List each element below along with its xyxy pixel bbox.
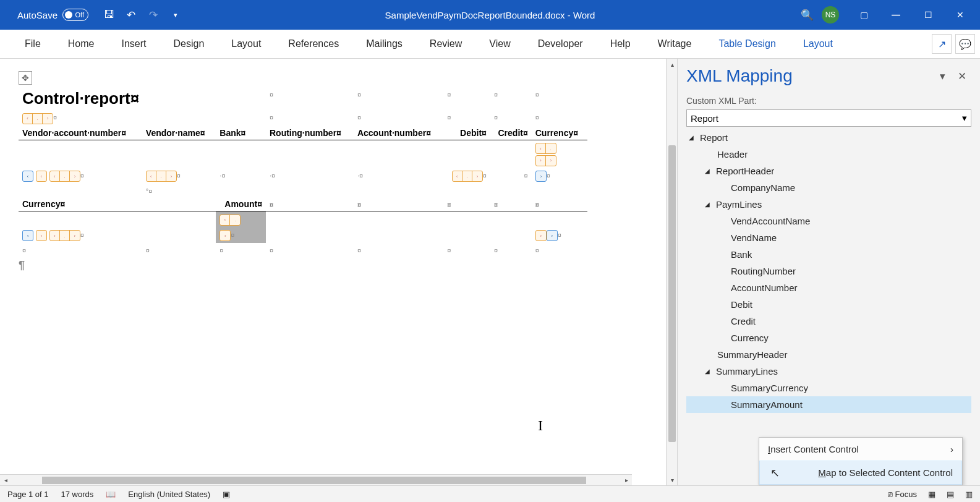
tree-node-summarylines[interactable]: ◢SummaryLines bbox=[686, 363, 971, 380]
read-mode-icon[interactable]: ▦ bbox=[928, 490, 935, 499]
focus-mode-button[interactable]: ⎚ Focus bbox=[888, 490, 917, 499]
tab-mailings[interactable]: Mailings bbox=[352, 32, 416, 56]
context-menu: Insert Content Control › Map to Selected… bbox=[759, 437, 963, 485]
col-currency: Currency¤ bbox=[532, 126, 587, 140]
tree-node-accountnumber[interactable]: AccountNumber bbox=[686, 279, 971, 296]
content-control[interactable]: ‹.› bbox=[49, 230, 80, 241]
minimize-icon[interactable]: — bbox=[881, 0, 911, 30]
ctx-map-to-selected[interactable]: Map to Selected Content Control bbox=[759, 461, 962, 485]
tab-table-design[interactable]: Table Design bbox=[705, 32, 790, 56]
ctx-insert-content-control[interactable]: Insert Content Control › bbox=[759, 438, 962, 461]
tree-node-companyname[interactable]: CompanyName bbox=[686, 179, 971, 196]
content-control[interactable]: › bbox=[547, 230, 558, 241]
close-icon[interactable]: ✕ bbox=[945, 0, 975, 30]
tab-writage[interactable]: Writage bbox=[644, 32, 705, 56]
tab-table-layout[interactable]: Layout bbox=[790, 32, 846, 56]
tab-layout[interactable]: Layout bbox=[218, 32, 275, 56]
tree-node-currency[interactable]: Currency bbox=[686, 330, 971, 346]
tree-node-summarycurrency[interactable]: SummaryCurrency bbox=[686, 380, 971, 396]
undo-icon[interactable]: ↶ bbox=[122, 6, 140, 24]
col-summary-amount: Amount¤ bbox=[216, 197, 266, 211]
tree-node-debit[interactable]: Debit bbox=[686, 296, 971, 313]
hscroll-thumb[interactable] bbox=[42, 477, 586, 484]
content-control[interactable]: ‹ bbox=[36, 171, 47, 182]
tree-node-header[interactable]: Header bbox=[686, 146, 971, 163]
document-title: SampleVendPaymDocReportBounded.docx - Wo… bbox=[385, 10, 595, 20]
spellcheck-icon[interactable]: 📖 bbox=[106, 490, 116, 499]
content-control[interactable]: ‹. bbox=[219, 215, 241, 226]
tree-node-routingnumber[interactable]: RoutingNumber bbox=[686, 263, 971, 279]
quick-access-toolbar: 🖫 ↶ ↷ ▾ bbox=[100, 6, 185, 24]
col-account: Account·number¤ bbox=[354, 126, 443, 140]
pilcrow-mark: ¶ bbox=[19, 259, 647, 272]
word-count[interactable]: 17 words bbox=[61, 490, 94, 499]
tree-node-report[interactable]: ◢Report bbox=[686, 129, 971, 146]
share-icon[interactable]: ↗ bbox=[932, 34, 952, 54]
tree-node-summaryheader[interactable]: SummaryHeader bbox=[686, 346, 971, 363]
content-control[interactable]: ‹ bbox=[36, 230, 47, 241]
ribbon-display-icon[interactable]: ▢ bbox=[849, 0, 879, 30]
content-control[interactable]: › bbox=[535, 230, 547, 241]
qat-dropdown-icon[interactable]: ▾ bbox=[166, 6, 185, 24]
tree-node-vendname[interactable]: VendName bbox=[686, 229, 971, 246]
horizontal-scrollbar[interactable]: ◂ ▸ bbox=[0, 474, 632, 485]
language-indicator[interactable]: English (United States) bbox=[128, 490, 210, 499]
tab-developer[interactable]: Developer bbox=[524, 32, 597, 56]
search-icon[interactable]: 🔍 bbox=[795, 9, 819, 22]
account-avatar[interactable]: NS bbox=[822, 6, 839, 23]
vscroll-thumb[interactable] bbox=[668, 145, 676, 442]
pane-close-icon[interactable]: ✕ bbox=[953, 70, 971, 82]
web-layout-icon[interactable]: ▥ bbox=[965, 490, 973, 499]
maximize-icon[interactable]: ☐ bbox=[913, 0, 943, 30]
content-control[interactable]: ‹.› bbox=[146, 171, 177, 182]
scroll-right-icon[interactable]: ▸ bbox=[621, 477, 632, 483]
comments-icon[interactable]: 💬 bbox=[955, 34, 975, 54]
save-icon[interactable]: 🖫 bbox=[100, 6, 118, 24]
document-canvas[interactable]: ✥ Control·report¤ ¤¤¤¤¤ ‹.›¤ ¤¤¤¤¤ Vendo… bbox=[0, 59, 666, 485]
selected-amount-cell[interactable]: ‹. bbox=[216, 211, 266, 228]
tab-design[interactable]: Design bbox=[160, 32, 218, 56]
tree-node-vendaccountname[interactable]: VendAccountName bbox=[686, 213, 971, 229]
col-vendor-name: Vendor·name¤ bbox=[142, 126, 216, 140]
vertical-scrollbar[interactable]: ▴ ▾ bbox=[666, 59, 677, 485]
tree-node-summaryamount[interactable]: SummaryAmount bbox=[686, 396, 971, 413]
autosave-toggle[interactable]: Off bbox=[62, 9, 88, 21]
xml-part-select[interactable]: Report ▾ bbox=[686, 109, 971, 127]
tree-node-bank[interactable]: Bank bbox=[686, 246, 971, 263]
content-control[interactable]: ‹ bbox=[22, 230, 33, 241]
content-control[interactable]: ‹. bbox=[535, 143, 556, 154]
macro-icon[interactable]: ▣ bbox=[223, 490, 230, 499]
doc-heading: Control·report¤ bbox=[22, 89, 139, 108]
report-table: Control·report¤ ¤¤¤¤¤ ‹.›¤ ¤¤¤¤¤ Vendor·… bbox=[19, 87, 587, 257]
print-layout-icon[interactable]: ▤ bbox=[947, 490, 954, 499]
status-bar: Page 1 of 1 17 words 📖 English (United S… bbox=[0, 485, 980, 502]
tab-insert[interactable]: Insert bbox=[108, 32, 160, 56]
content-control[interactable]: ‹.› bbox=[452, 171, 483, 182]
content-control[interactable]: ‹.› bbox=[22, 113, 53, 124]
content-control[interactable]: › bbox=[219, 230, 231, 241]
xml-mapping-pane: XML Mapping ▾ ✕ Custom XML Part: Report … bbox=[677, 59, 980, 485]
scroll-up-icon[interactable]: ▴ bbox=[667, 59, 678, 70]
content-control[interactable]: ‹.› bbox=[49, 171, 80, 182]
tab-view[interactable]: View bbox=[475, 32, 524, 56]
content-control[interactable]: › bbox=[535, 171, 547, 182]
tab-home[interactable]: Home bbox=[54, 32, 108, 56]
tab-references[interactable]: References bbox=[275, 32, 352, 56]
tree-node-reportheader[interactable]: ◢ReportHeader bbox=[686, 163, 971, 179]
scroll-down-icon[interactable]: ▾ bbox=[667, 474, 678, 485]
chevron-down-icon: ▾ bbox=[962, 113, 967, 124]
redo-icon[interactable]: ↷ bbox=[144, 6, 163, 24]
scroll-left-icon[interactable]: ◂ bbox=[0, 477, 11, 483]
tab-help[interactable]: Help bbox=[597, 32, 644, 56]
tab-review[interactable]: Review bbox=[416, 32, 475, 56]
content-control[interactable]: ‹ bbox=[22, 171, 33, 182]
tab-file[interactable]: File bbox=[11, 32, 54, 56]
chevron-right-icon: › bbox=[950, 444, 953, 454]
pane-options-icon[interactable]: ▾ bbox=[935, 70, 950, 82]
tree-node-credit[interactable]: Credit bbox=[686, 313, 971, 330]
table-move-handle-icon[interactable]: ✥ bbox=[19, 71, 32, 85]
tree-node-paymlines[interactable]: ◢PaymLines bbox=[686, 196, 971, 213]
col-routing: Routing·number¤ bbox=[266, 126, 354, 140]
content-control[interactable]: ›› bbox=[535, 155, 556, 166]
page-indicator[interactable]: Page 1 of 1 bbox=[7, 490, 49, 499]
